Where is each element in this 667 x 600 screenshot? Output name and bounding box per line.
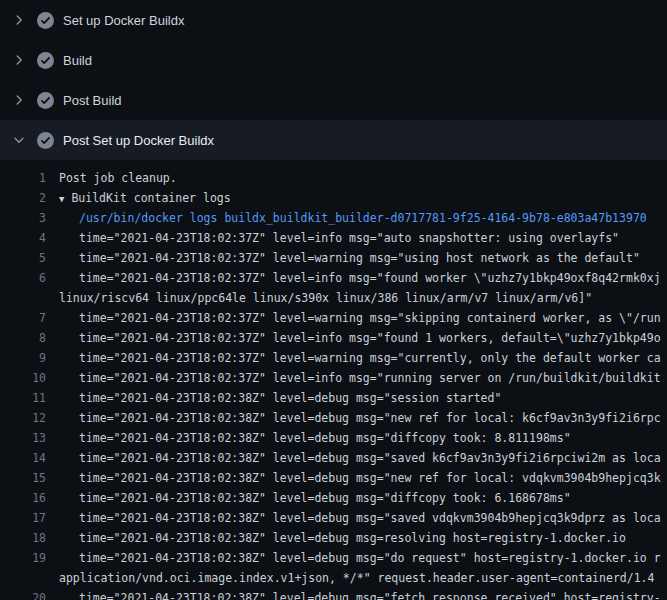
log-line-text: ▼BuildKit container logs [46, 188, 231, 208]
log-line-number[interactable]: 17 [0, 508, 46, 528]
log-line-text: time="2021-04-23T18:02:38Z" level=debug … [46, 388, 501, 408]
log-line-number[interactable]: 7 [0, 308, 46, 328]
log-text-content: linux/riscv64 linux/ppc64le linux/s390x … [59, 291, 592, 305]
log-text-content: time="2021-04-23T18:02:38Z" level=debug … [79, 511, 661, 525]
log-line: 9 time="2021-04-23T18:02:37Z" level=warn… [0, 348, 667, 368]
log-line: 6 time="2021-04-23T18:02:37Z" level=info… [0, 268, 667, 288]
log-line-number[interactable]: 8 [0, 328, 46, 348]
log-line-number[interactable]: 19 [0, 548, 46, 568]
log-text-content: time="2021-04-23T18:02:38Z" level=debug … [79, 531, 626, 545]
log-text-content: time="2021-04-23T18:02:38Z" level=debug … [79, 391, 501, 405]
log-line: 2 ▼BuildKit container logs [0, 188, 667, 208]
check-circle-icon [37, 132, 54, 149]
log-line-number[interactable]: 1 [0, 168, 46, 188]
log-text-content: time="2021-04-23T18:02:38Z" level=debug … [79, 431, 571, 445]
step-row-1[interactable]: Build [0, 40, 667, 80]
log-line: 7 time="2021-04-23T18:02:37Z" level=warn… [0, 308, 667, 328]
log-text-content: time="2021-04-23T18:02:38Z" level=debug … [79, 491, 571, 505]
log-text-content: time="2021-04-23T18:02:38Z" level=debug … [79, 591, 661, 600]
log-line-number[interactable]: 2 [0, 188, 46, 208]
log-line-text: time="2021-04-23T18:02:37Z" level=info m… [46, 368, 661, 388]
log-line-number[interactable]: 11 [0, 388, 46, 408]
log-line-text: time="2021-04-23T18:02:38Z" level=debug … [46, 428, 571, 448]
log-line-text: linux/riscv64 linux/ppc64le linux/s390x … [46, 288, 592, 308]
log-line-number[interactable]: 10 [0, 368, 46, 388]
log-line: 15 time="2021-04-23T18:02:38Z" level=deb… [0, 468, 667, 488]
log-line-number[interactable]: 9 [0, 348, 46, 368]
log-line-text: time="2021-04-23T18:02:38Z" level=debug … [46, 528, 626, 548]
log-line-number[interactable]: 20 [0, 588, 46, 600]
step-label: Set up Docker Buildx [63, 13, 184, 28]
log-line: 18 time="2021-04-23T18:02:38Z" level=deb… [0, 528, 667, 548]
log-text-content: time="2021-04-23T18:02:37Z" level=warnin… [79, 251, 640, 265]
log-line: 8 time="2021-04-23T18:02:37Z" level=info… [0, 328, 667, 348]
log-text-content: BuildKit container logs [71, 191, 230, 205]
log-line-text: time="2021-04-23T18:02:37Z" level=info m… [46, 328, 661, 348]
log-pane: 1 Post job cleanup. 2 ▼BuildKit containe… [0, 160, 667, 600]
log-line-text: time="2021-04-23T18:02:38Z" level=debug … [46, 548, 661, 568]
log-text-content: application/vnd.oci.image.index.v1+json,… [59, 571, 654, 585]
log-line-text: /usr/bin/docker logs buildx_buildkit_bui… [46, 208, 647, 228]
log-line-number[interactable]: 16 [0, 488, 46, 508]
log-text-content: time="2021-04-23T18:02:38Z" level=debug … [79, 471, 661, 485]
log-line: 5 time="2021-04-23T18:02:37Z" level=warn… [0, 248, 667, 268]
log-line-text: time="2021-04-23T18:02:37Z" level=warnin… [46, 248, 640, 268]
log-line: 4 time="2021-04-23T18:02:37Z" level=info… [0, 228, 667, 248]
log-text-content: time="2021-04-23T18:02:38Z" level=debug … [79, 411, 661, 425]
log-line-text: time="2021-04-23T18:02:37Z" level=warnin… [46, 348, 661, 368]
log-line-number[interactable]: 6 [0, 268, 46, 288]
step-row-2[interactable]: Post Build [0, 80, 667, 120]
log-line-number[interactable]: 13 [0, 428, 46, 448]
log-line: linux/riscv64 linux/ppc64le linux/s390x … [0, 288, 667, 308]
log-line-text: time="2021-04-23T18:02:37Z" level=warnin… [46, 308, 661, 328]
log-line-text: time="2021-04-23T18:02:38Z" level=debug … [46, 508, 661, 528]
step-row-0[interactable]: Set up Docker Buildx [0, 0, 667, 40]
log-line: 3 /usr/bin/docker logs buildx_buildkit_b… [0, 208, 667, 228]
check-circle-icon [37, 92, 54, 109]
chevron-right-icon[interactable] [11, 12, 27, 28]
log-group-toggle-icon[interactable]: ▼ [59, 194, 64, 204]
check-circle-icon [37, 12, 54, 29]
log-text-content: time="2021-04-23T18:02:37Z" level=warnin… [79, 311, 661, 325]
step-label: Build [63, 53, 92, 68]
log-line: 14 time="2021-04-23T18:02:38Z" level=deb… [0, 448, 667, 468]
log-line: 10 time="2021-04-23T18:02:37Z" level=inf… [0, 368, 667, 388]
log-text-content: /usr/bin/docker logs buildx_buildkit_bui… [79, 211, 647, 225]
log-line-number[interactable] [0, 568, 46, 588]
log-line-number[interactable]: 18 [0, 528, 46, 548]
check-circle-icon [37, 52, 54, 69]
log-line: 12 time="2021-04-23T18:02:38Z" level=deb… [0, 408, 667, 428]
chevron-down-icon[interactable] [11, 132, 27, 148]
steps-list: Set up Docker Buildx Build P [0, 0, 667, 160]
log-line-number[interactable]: 3 [0, 208, 46, 228]
log-line-number[interactable]: 5 [0, 248, 46, 268]
log-text-content: time="2021-04-23T18:02:37Z" level=info m… [79, 331, 661, 345]
actions-log-viewer: { "theme": { "page_bg": "#0c0f14", "expa… [0, 0, 667, 600]
log-line-number[interactable]: 4 [0, 228, 46, 248]
log-line-text: time="2021-04-23T18:02:38Z" level=debug … [46, 588, 661, 600]
log-line-text: Post job cleanup. [46, 168, 177, 188]
log-line-text: time="2021-04-23T18:02:38Z" level=debug … [46, 448, 661, 468]
log-line-number[interactable]: 12 [0, 408, 46, 428]
log-line: 17 time="2021-04-23T18:02:38Z" level=deb… [0, 508, 667, 528]
log-line: 19 time="2021-04-23T18:02:38Z" level=deb… [0, 548, 667, 568]
log-line-number[interactable]: 15 [0, 468, 46, 488]
step-label: Post Build [63, 93, 122, 108]
chevron-right-icon[interactable] [11, 52, 27, 68]
log-text-content: time="2021-04-23T18:02:37Z" level=info m… [79, 271, 661, 285]
log-text-content: time="2021-04-23T18:02:37Z" level=info m… [79, 231, 619, 245]
log-line-text: time="2021-04-23T18:02:37Z" level=info m… [46, 228, 619, 248]
log-line: application/vnd.oci.image.index.v1+json,… [0, 568, 667, 588]
log-text-content: time="2021-04-23T18:02:37Z" level=info m… [79, 371, 661, 385]
log-text-content: time="2021-04-23T18:02:37Z" level=warnin… [79, 351, 661, 365]
log-line-text: time="2021-04-23T18:02:38Z" level=debug … [46, 468, 661, 488]
log-line: 1 Post job cleanup. [0, 168, 667, 188]
chevron-right-icon[interactable] [11, 92, 27, 108]
log-line-number[interactable] [0, 288, 46, 308]
log-line-text: time="2021-04-23T18:02:38Z" level=debug … [46, 408, 661, 428]
log-line: 20 time="2021-04-23T18:02:38Z" level=deb… [0, 588, 667, 600]
step-row-3[interactable]: Post Set up Docker Buildx [0, 120, 667, 160]
step-label: Post Set up Docker Buildx [63, 133, 214, 148]
log-line-number[interactable]: 14 [0, 448, 46, 468]
log-line-text: time="2021-04-23T18:02:37Z" level=info m… [46, 268, 661, 288]
